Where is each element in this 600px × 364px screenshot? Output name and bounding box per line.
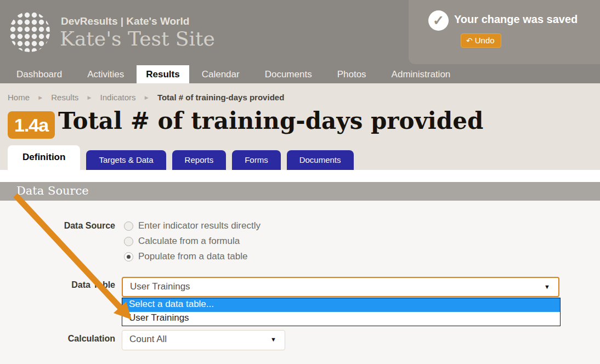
radio-option-populate-data-table[interactable]: Populate from a data table <box>124 249 261 264</box>
data-source-radio-group: Enter indicator results directly Calcula… <box>124 218 261 264</box>
toast-message: Your change was saved <box>454 13 578 26</box>
devresults-app: DevResults | Kate's World Kate's Test Si… <box>0 0 600 364</box>
tab-documents[interactable]: Documents <box>287 150 354 170</box>
main-nav: Dashboard Activities Results Calendar Do… <box>0 65 600 83</box>
chevron-right-icon: ▶ <box>38 95 42 100</box>
dropdown-option-user-trainings[interactable]: User Trainings <box>122 312 560 326</box>
data-table-label: Data Table <box>0 280 115 290</box>
save-toast: ✓ Your change was saved ↶Undo <box>409 0 600 64</box>
section-header-data-source: Data Source <box>0 182 600 201</box>
calculation-label: Calculation <box>0 334 115 344</box>
nav-dashboard[interactable]: Dashboard <box>16 65 75 83</box>
indicator-code-badge: 1.4a <box>8 111 55 139</box>
content-spacer <box>0 170 600 182</box>
chevron-right-icon: ▶ <box>145 95 149 100</box>
globe-logo-icon[interactable] <box>9 11 50 53</box>
radio-option-enter-directly[interactable]: Enter indicator results directly <box>124 218 261 234</box>
breadcrumb-current: Total # of training-days provided <box>157 93 284 102</box>
org-title: DevResults | Kate's World <box>61 15 189 27</box>
nav-results[interactable]: Results <box>137 65 189 83</box>
tab-targets-data[interactable]: Targets & Data <box>86 150 166 170</box>
section-title: Data Source <box>16 184 89 197</box>
chevron-right-icon: ▶ <box>87 95 91 100</box>
nav-administration[interactable]: Administration <box>379 65 463 83</box>
tab-reports[interactable]: Reports <box>172 150 227 170</box>
undo-label: Undo <box>475 36 495 45</box>
nav-photos[interactable]: Photos <box>325 65 379 83</box>
data-table-dropdown-list: Select a data table... User Trainings <box>122 298 561 326</box>
radio-selected-icon[interactable] <box>124 252 133 261</box>
breadcrumb-home[interactable]: Home <box>8 93 30 102</box>
tab-forms[interactable]: Forms <box>232 150 281 170</box>
caret-down-icon: ▼ <box>544 283 550 290</box>
nav-documents[interactable]: Documents <box>252 65 325 83</box>
caret-down-icon: ▼ <box>270 336 276 343</box>
data-table-select-value: User Trainings <box>130 281 190 292</box>
page-head-band: Home ▶ Results ▶ Indicators ▶ Total # of… <box>0 83 600 170</box>
indicator-tabs: Definition Targets & Data Reports Forms … <box>8 145 354 170</box>
definition-form: Data Source Enter indicator results dire… <box>0 201 600 364</box>
data-source-label: Data Source <box>0 221 115 231</box>
data-table-select[interactable]: User Trainings ▼ <box>122 277 559 297</box>
page-title: Total # of training-days provided <box>58 107 483 134</box>
breadcrumb-results[interactable]: Results <box>51 93 78 102</box>
nav-activities[interactable]: Activities <box>75 65 137 83</box>
radio-unselected-icon[interactable] <box>124 221 133 231</box>
dropdown-option-select-placeholder[interactable]: Select a data table... <box>122 298 560 312</box>
tab-definition[interactable]: Definition <box>8 145 80 170</box>
check-icon: ✓ <box>428 10 449 31</box>
breadcrumb: Home ▶ Results ▶ Indicators ▶ Total # of… <box>8 93 284 102</box>
nav-calendar[interactable]: Calendar <box>189 65 252 83</box>
radio-unselected-icon[interactable] <box>124 237 133 246</box>
site-title: Kate's Test Site <box>60 27 215 50</box>
breadcrumb-indicators[interactable]: Indicators <box>100 93 136 102</box>
calculation-select-value: Count All <box>129 334 167 345</box>
radio-option-calculate-formula[interactable]: Calculate from a formula <box>124 234 261 249</box>
undo-arrow-icon: ↶ <box>466 36 473 45</box>
calculation-select[interactable]: Count All ▼ <box>122 330 285 350</box>
undo-button[interactable]: ↶Undo <box>461 33 501 48</box>
